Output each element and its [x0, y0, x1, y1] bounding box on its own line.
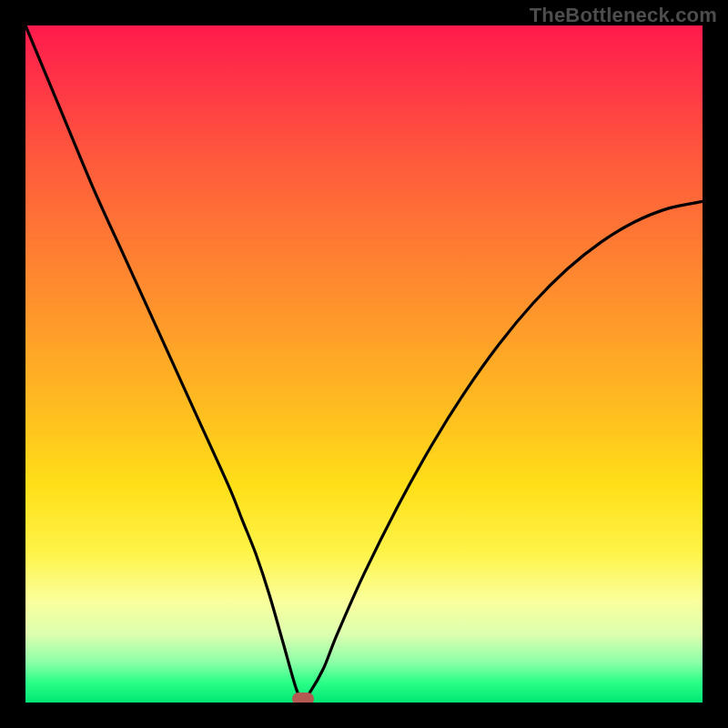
curve-svg — [25, 25, 703, 703]
bottleneck-curve-path — [25, 25, 703, 699]
chart-frame: TheBottleneck.com — [0, 0, 728, 728]
plot-area — [25, 25, 703, 703]
optimum-marker — [292, 693, 314, 703]
watermark-label: TheBottleneck.com — [530, 4, 717, 27]
